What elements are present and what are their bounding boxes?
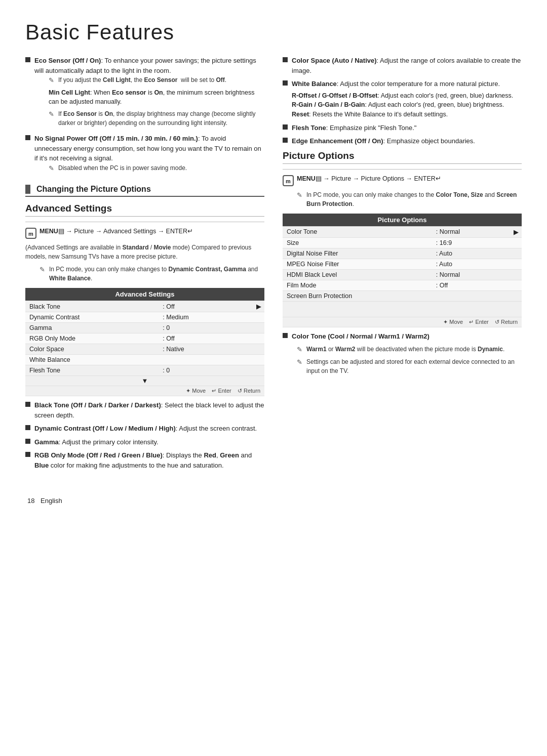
warm-note: ✎ Warm1 or Warm2 will be deactivated whe… (297, 345, 522, 355)
advanced-settings-description: (Advanced Settings are available in Stan… (25, 243, 264, 261)
settings-stored-note: ✎ Settings can be adjusted and stored fo… (297, 357, 522, 375)
wb-sub-2: R-Gain / G-Gain / B-Gain: Adjust each co… (292, 100, 513, 110)
color-space-bullet: Color Space (Auto / Native): Adjust the … (283, 56, 522, 75)
table-nav-row: ✦ Move ↵ Enter ↺ Return (283, 317, 522, 327)
bullet-icon-4 (25, 425, 30, 430)
page-number: 18 (27, 497, 34, 505)
advanced-settings-menu-path: MENU▤ → Picture → Advanced Settings → EN… (25, 227, 264, 239)
picture-options-pc-note: ✎ In PC mode, you can only make changes … (297, 190, 522, 208)
table-row: Color Space : Native (25, 344, 264, 355)
table-row (283, 301, 522, 317)
edge-enhancement-bullet: Edge Enhancement (Off / On): Emphasize o… (283, 136, 522, 146)
black-tone-bullet: Black Tone (Off / Dark / Darker / Darkes… (25, 400, 264, 420)
note-icon: ✎ (49, 75, 54, 86)
advanced-table-header: Advanced Settings (25, 288, 264, 301)
table-row: Digital Noise Filter : Auto (283, 248, 522, 259)
bullet-icon-6 (25, 452, 30, 457)
picture-options-title: Picture Options (283, 150, 522, 164)
bullet-icon-r5 (283, 333, 288, 338)
white-balance-bullet: White Balance: Adjust the color temperat… (283, 79, 522, 119)
wb-sub-1: R-Offset / G-Offset / B-Offset: Adjust e… (292, 91, 513, 101)
eco-note-2: ✎ If Eco Sensor is On, the display brigh… (49, 109, 264, 128)
no-signal-note: ✎ Disabled when the PC is in power savin… (49, 163, 264, 174)
left-column: Eco Sensor (Off / On): To enhance your p… (25, 56, 264, 474)
page-language: English (36, 497, 62, 505)
no-signal-bullet: No Signal Power Off (Off / 15 min. / 30 … (25, 134, 264, 176)
section-bar-icon (25, 185, 30, 194)
dynamic-contrast-bullet: Dynamic Contrast (Off / Low / Medium / H… (25, 424, 264, 434)
eco-note-1: ✎ If you adjust the Cell Light, the Eco … (49, 75, 264, 86)
bullet-icon-3 (25, 402, 30, 407)
table-row: Dynamic Contrast : Medium (25, 312, 264, 323)
bullet-icon-r3 (283, 124, 288, 130)
table-row: HDMI Black Level : Normal (283, 269, 522, 280)
table-row: MPEG Noise Filter : Auto (283, 259, 522, 269)
table-row: RGB Only Mode : Off (25, 333, 264, 344)
table-nav-row: ✦ Move ↵ Enter ↺ Return (25, 386, 264, 396)
menu-icon (25, 228, 36, 239)
color-tone-bullet: Color Tone (Cool / Normal / Warm1 / Warm… (283, 331, 522, 342)
note-icon-r1: ✎ (297, 190, 302, 200)
table-row: Screen Burn Protection (283, 290, 522, 301)
picture-options-table: Picture Options Color Tone : Normal ▶ Si… (283, 214, 522, 327)
bullet-icon-r4 (283, 138, 288, 143)
advanced-settings-title: Advanced Settings (25, 203, 264, 217)
bullet-icon-r2 (283, 80, 288, 86)
menu-icon-r (283, 175, 294, 186)
picture-options-table-nav: ✦ Move ↵ Enter ↺ Return (283, 317, 522, 327)
gamma-bullet: Gamma: Adjust the primary color intensit… (25, 437, 264, 447)
right-column: Color Space (Auto / Native): Adjust the … (283, 56, 522, 474)
table-row: Gamma : 0 (25, 323, 264, 333)
table-row: Black Tone : Off ▶ (25, 301, 264, 312)
advanced-settings-table: Advanced Settings Black Tone : Off ▶ Dyn… (25, 288, 264, 396)
table-row: Film Mode : Off (283, 280, 522, 290)
table-row: ▼ (25, 376, 264, 386)
bullet-icon-5 (25, 439, 30, 444)
note-icon-4: ✎ (40, 265, 45, 275)
table-row: Size : 16:9 (283, 237, 522, 248)
note-icon-2: ✎ (49, 109, 54, 119)
bullet-icon-2 (25, 135, 30, 140)
table-row: Flesh Tone : 0 (25, 365, 264, 376)
advanced-table-nav: ✦ Move ↵ Enter ↺ Return (25, 386, 264, 396)
table-row: Color Tone : Normal ▶ (283, 226, 522, 237)
picture-options-table-header: Picture Options (283, 214, 522, 227)
rgb-mode-bullet: RGB Only Mode (Off / Red / Green / Blue)… (25, 450, 264, 470)
note-icon-r2: ✎ (297, 345, 302, 355)
flesh-tone-bullet: Flesh Tone: Emphasize pink "Flesh Tone." (283, 123, 522, 133)
bullet-icon-r1 (283, 57, 288, 62)
note-icon-r3: ✎ (297, 357, 302, 367)
bullet-icon (25, 57, 30, 62)
wb-sub-3: Reset: Resets the White Balance to it's … (292, 110, 513, 119)
note-icon-3: ✎ (49, 163, 54, 174)
picture-options-menu-path: MENU▤ → Picture → Picture Options → ENTE… (283, 175, 522, 186)
pc-mode-note: ✎ In PC mode, you can only make changes … (40, 265, 264, 283)
page-title: Basic Features (25, 20, 522, 45)
eco-sensor-bullet: Eco Sensor (Off / On): To enhance your p… (25, 56, 264, 130)
changing-section-heading: Changing the Picture Options (25, 185, 264, 197)
no-signal-label: No Signal Power Off (Off / 15 min. / 30 … (34, 135, 261, 162)
eco-sensor-label: Eco Sensor (Off / On): To enhance your p… (34, 57, 256, 74)
page-number-section: 18 English (25, 494, 522, 506)
min-cell-light: Min Cell Light: When Eco sensor is On, t… (49, 88, 264, 107)
table-row: White Balance (25, 355, 264, 365)
